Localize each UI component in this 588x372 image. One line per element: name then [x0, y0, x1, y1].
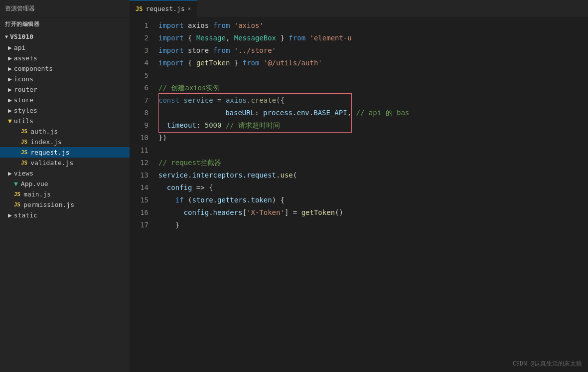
token: :: [255, 109, 263, 117]
token: // request拦截器: [158, 157, 221, 169]
token: config: [184, 206, 209, 219]
sidebar-item-styles[interactable]: ▶ styles: [0, 105, 130, 116]
token: interceptors: [192, 169, 242, 182]
token: store: [184, 44, 213, 57]
code-line-17: }: [154, 219, 588, 231]
code-line-5: [154, 69, 588, 82]
arrow-icon: ▶: [8, 107, 12, 114]
code-line-12: // request拦截器: [154, 157, 588, 169]
token: .: [309, 109, 313, 117]
token: if: [175, 194, 184, 206]
token: config: [167, 182, 192, 194]
arrow-icon: ▶: [8, 96, 12, 104]
sidebar-item-utils[interactable]: ▼ utils: [0, 116, 130, 126]
token: [158, 182, 167, 194]
token: getters: [217, 194, 247, 206]
file-label: validate.js: [30, 159, 73, 167]
folder-label: icons: [14, 75, 33, 83]
sidebar-item-views[interactable]: ▶ views: [0, 168, 130, 179]
code-line-2: import { Message, MessageBox } from 'ele…: [154, 32, 588, 44]
line-num-7: 7: [130, 94, 148, 107]
open-editors-label: 打开的编辑器: [0, 17, 130, 31]
line-num-8: 8: [130, 107, 148, 119]
token: [221, 119, 225, 132]
file-label: index.js: [30, 138, 62, 146]
line-num-4: 4: [130, 57, 148, 69]
line-num-11: 11: [130, 144, 148, 157]
line-num-13: 13: [130, 169, 148, 182]
folder-label: api: [14, 44, 25, 51]
vue-icon: ▼: [14, 180, 18, 187]
sidebar-item-request-js[interactable]: JS request.js: [0, 147, 130, 158]
code-line-11: [154, 144, 588, 157]
token: [259, 57, 263, 69]
token: .: [247, 194, 251, 206]
sidebar-item-permission-js[interactable]: JS permission.js: [0, 199, 130, 210]
sidebar-item-main-js[interactable]: JS main.js: [0, 189, 130, 199]
folder-label: utils: [14, 117, 33, 125]
token: service: [158, 169, 188, 182]
line-numbers: 1 2 3 4 5 6 7 8 9 10 11 12 13 14 15 16 1…: [130, 17, 154, 372]
sidebar-item-static[interactable]: ▶ static: [0, 210, 130, 220]
token: token: [251, 194, 272, 206]
token: ,: [347, 109, 351, 117]
token: {: [184, 32, 196, 44]
arrow-icon: ▶: [8, 75, 12, 83]
sidebar-item-index-js[interactable]: JS index.js: [0, 137, 130, 147]
token: getToken: [196, 57, 230, 69]
token: import: [158, 32, 184, 44]
tab-js-icon: JS: [136, 5, 143, 12]
sidebar-item-router[interactable]: ▶ router: [0, 84, 130, 95]
token: use: [281, 169, 293, 182]
sidebar-item-assets[interactable]: ▶ assets: [0, 53, 130, 63]
file-label: main.js: [23, 190, 51, 198]
sidebar-item-auth-js[interactable]: JS auth.js: [0, 126, 130, 137]
sidebar: 打开的编辑器 ▼ VS1010 ▶ api ▶ assets ▶ compone…: [0, 17, 130, 372]
token: 'X-Token': [247, 206, 285, 219]
file-label: permission.js: [23, 201, 74, 208]
token: from: [213, 44, 230, 57]
arrow-icon: ▶: [8, 65, 12, 72]
root-folder[interactable]: ▼ VS1010: [0, 31, 130, 42]
line-num-15: 15: [130, 194, 148, 206]
code-line-8: baseURL: process.env.BASE_API, // api 的 …: [154, 107, 588, 119]
token: .: [213, 194, 217, 206]
folder-label: components: [14, 65, 53, 72]
top-bar: 资源管理器 JS request.js ×: [0, 0, 588, 17]
token: // 请求超时时间: [226, 119, 280, 132]
sidebar-item-api[interactable]: ▶ api: [0, 42, 130, 53]
line-num-16: 16: [130, 206, 148, 219]
token: .: [276, 169, 280, 182]
tab-close-button[interactable]: ×: [188, 5, 191, 12]
sidebar-item-app-vue[interactable]: ▼ App.vue: [0, 179, 130, 189]
token: [158, 119, 167, 132]
explorer-label: 资源管理器: [0, 4, 130, 13]
folder-label: styles: [14, 107, 37, 114]
token: (: [293, 169, 297, 182]
token: from: [289, 32, 305, 44]
token: import: [158, 19, 184, 32]
code-line-9: timeout: 5000 // 请求超时时间: [154, 119, 588, 132]
line-num-17: 17: [130, 219, 148, 231]
code-line-4: import { getToken } from '@/utils/auth': [154, 57, 588, 69]
line-num-1: 1: [130, 19, 148, 32]
code-area[interactable]: 1 2 3 4 5 6 7 8 9 10 11 12 13 14 15 16 1…: [130, 17, 588, 372]
token: import: [158, 44, 184, 57]
tab-request-js[interactable]: JS request.js ×: [130, 0, 197, 17]
line-num-6: 6: [130, 82, 148, 94]
sidebar-item-components[interactable]: ▶ components: [0, 63, 130, 74]
sidebar-item-validate-js[interactable]: JS validate.js: [0, 158, 130, 168]
token: headers: [213, 206, 243, 219]
explorer-title: 资源管理器: [5, 4, 35, 13]
token: .: [188, 169, 192, 182]
token: .: [209, 206, 213, 219]
line-num-2: 2: [130, 32, 148, 44]
file-label: App.vue: [21, 180, 48, 187]
js-icon: JS: [21, 128, 27, 135]
sidebar-item-icons[interactable]: ▶ icons: [0, 74, 130, 84]
code-content: 1 2 3 4 5 6 7 8 9 10 11 12 13 14 15 16 1…: [130, 17, 588, 372]
token: timeout: [167, 119, 196, 132]
js-icon: JS: [14, 201, 20, 208]
sidebar-item-store[interactable]: ▶ store: [0, 95, 130, 105]
line-num-3: 3: [130, 44, 148, 57]
